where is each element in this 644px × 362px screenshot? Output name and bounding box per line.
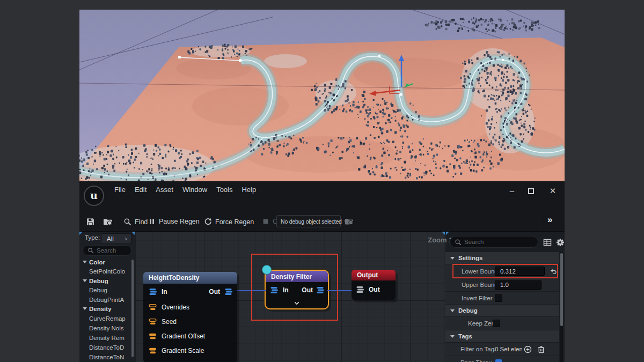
force-regen-button[interactable]: Force Regen bbox=[204, 218, 254, 226]
search-icon bbox=[87, 247, 94, 254]
palette-item[interactable]: DistanceToN bbox=[79, 352, 131, 361]
palette-search-input[interactable] bbox=[97, 247, 127, 254]
param-overrides[interactable]: Overrides bbox=[143, 300, 237, 314]
section-debug[interactable]: Debug bbox=[445, 305, 559, 316]
pause-regen-button[interactable]: Pause Regen bbox=[148, 218, 200, 225]
param-gradient-scale[interactable]: Gradient Scale bbox=[143, 343, 237, 358]
input-pin-icon[interactable] bbox=[149, 287, 157, 296]
param-seed[interactable]: Seed bbox=[143, 314, 237, 329]
find-icon bbox=[123, 218, 131, 226]
expand-arrow-icon[interactable] bbox=[450, 335, 455, 338]
keep-zero-checkbox[interactable] bbox=[493, 320, 500, 327]
asset-tab-bar: PCG_Forest* ✕ PCG_HeightScatter bbox=[79, 197, 565, 212]
expand-arrow-icon[interactable] bbox=[450, 309, 455, 312]
debug-object-selector[interactable]: No debug object selected ∨ bbox=[276, 215, 341, 227]
expand-arrow-icon[interactable] bbox=[450, 257, 455, 260]
expand-arrow-icon[interactable] bbox=[83, 261, 87, 263]
pass-through-checkbox[interactable] bbox=[495, 359, 502, 362]
param-pin-icon[interactable] bbox=[149, 317, 157, 326]
annotation-box-lower-bound bbox=[452, 264, 558, 278]
browse-to-asset-button[interactable] bbox=[103, 217, 113, 226]
param-pin-icon[interactable] bbox=[149, 303, 157, 312]
input-pin-icon[interactable] bbox=[356, 285, 364, 294]
details-scrollbar[interactable] bbox=[560, 253, 563, 326]
row-invert-filter: Invert Filter bbox=[445, 292, 559, 304]
delete-icon[interactable] bbox=[537, 345, 545, 353]
debug-browse-button[interactable] bbox=[345, 217, 354, 226]
expand-arrow-icon[interactable] bbox=[83, 307, 87, 310]
stop-icon bbox=[262, 218, 269, 225]
details-search[interactable] bbox=[450, 236, 538, 248]
param-pin-icon[interactable] bbox=[149, 332, 157, 341]
row-pass-through: Pass Throu bbox=[445, 356, 559, 362]
param-gradient-offset[interactable]: Gradient Offset bbox=[143, 329, 237, 343]
close-button[interactable]: ✕ bbox=[547, 186, 558, 196]
unreal-logo-icon: u bbox=[84, 186, 104, 206]
row-keep-zero: Keep Zer... bbox=[445, 317, 559, 330]
node-height-to-density[interactable]: HeightToDensity In Out Overrides Seed Gr… bbox=[143, 272, 237, 362]
palette-item[interactable]: CurveRemap bbox=[79, 314, 131, 323]
details-search-input[interactable] bbox=[464, 239, 533, 245]
tags-count-value: 0 Set elem bbox=[495, 346, 522, 352]
toolbar-overflow-button[interactable]: » bbox=[547, 215, 552, 225]
palette-item[interactable]: Density Rem bbox=[79, 333, 131, 342]
save-icon bbox=[86, 217, 95, 226]
search-icon bbox=[455, 239, 462, 246]
menu-edit[interactable]: Edit bbox=[135, 186, 147, 194]
palette-item[interactable]: Density Nois bbox=[79, 323, 131, 333]
menu-window[interactable]: Window bbox=[182, 186, 207, 194]
minimize-button[interactable]: – bbox=[507, 186, 517, 196]
palette-item[interactable]: Debug bbox=[79, 285, 131, 294]
find-button[interactable]: Find bbox=[123, 218, 148, 226]
type-filter-label: Type: bbox=[85, 234, 100, 241]
palette-search[interactable] bbox=[83, 245, 131, 256]
pause-icon bbox=[148, 218, 156, 225]
palette-item[interactable]: DistanceToD bbox=[79, 343, 131, 352]
palette-scrollbar[interactable] bbox=[131, 260, 134, 357]
out-pin-label: Out bbox=[209, 288, 220, 295]
app-window: File Edit Asset Window Tools Help u – ✕ … bbox=[79, 0, 565, 362]
param-pin-icon[interactable] bbox=[149, 346, 157, 355]
folder-search-icon bbox=[345, 217, 354, 226]
type-filter-dropdown[interactable]: All ∨ bbox=[101, 233, 131, 244]
maximize-button[interactable] bbox=[528, 188, 534, 194]
palette-item[interactable]: SetPointColo bbox=[79, 267, 131, 276]
expand-arrow-icon[interactable] bbox=[83, 279, 87, 282]
row-filter-on-tags: Filter on Tags 0 Set elem bbox=[445, 343, 559, 356]
param-partial-row[interactable] bbox=[143, 358, 237, 362]
folder-search-icon bbox=[103, 217, 113, 226]
menu-bar: File Edit Asset Window Tools Help bbox=[79, 181, 565, 197]
upper-bound-input[interactable]: 1.0 bbox=[495, 280, 541, 290]
node-output[interactable]: Output Out bbox=[352, 270, 396, 300]
section-settings[interactable]: Settings bbox=[445, 252, 559, 264]
menu-tools[interactable]: Tools bbox=[216, 186, 232, 194]
section-tags[interactable]: Tags bbox=[445, 330, 559, 342]
chevron-down-icon: ∨ bbox=[125, 237, 128, 241]
grid-view-icon[interactable] bbox=[543, 238, 552, 247]
force-regen-icon bbox=[204, 218, 212, 226]
in-pin-label: In bbox=[162, 288, 167, 295]
palette-category-color[interactable]: Color bbox=[79, 257, 131, 267]
add-element-icon[interactable] bbox=[524, 345, 532, 353]
3d-viewport[interactable] bbox=[79, 10, 565, 181]
menu-asset[interactable]: Asset bbox=[156, 186, 173, 194]
node-title: Output bbox=[352, 270, 396, 280]
palette-item[interactable]: DebugPrintA bbox=[79, 295, 131, 304]
menu-help[interactable]: Help bbox=[241, 186, 256, 194]
invert-filter-checkbox[interactable] bbox=[495, 294, 502, 302]
node-title: HeightToDensity bbox=[143, 272, 237, 284]
output-pin-icon[interactable] bbox=[224, 287, 233, 296]
annotation-box-density-filter bbox=[251, 254, 338, 321]
palette-category-density[interactable]: Density bbox=[79, 304, 131, 313]
menu-file[interactable]: File bbox=[114, 186, 126, 194]
gear-icon[interactable] bbox=[556, 238, 565, 247]
row-upper-bound: Upper Bound 1.0 bbox=[445, 278, 559, 291]
palette-category-debug[interactable]: Debug bbox=[79, 276, 131, 285]
save-button[interactable] bbox=[86, 217, 95, 226]
out-pin-label: Out bbox=[369, 286, 380, 293]
